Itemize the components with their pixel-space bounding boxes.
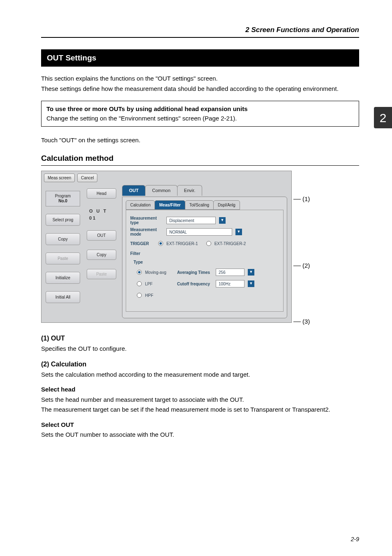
annotation-2: (2) — [293, 261, 310, 271]
select-out-body: Sets the OUT number to associate with th… — [41, 430, 359, 440]
annotation-column: (1) (2) (3) — [293, 171, 314, 323]
page-header: 2 Screen Functions and Operation — [41, 25, 359, 37]
annotation-3: (3) — [293, 317, 310, 327]
copy-button[interactable]: Copy — [46, 233, 80, 245]
tab-envir[interactable]: Envir. — [177, 185, 203, 196]
trigger-row: TRIGGER EXT-TRIGGER-1 EXT-TRIGGER-2 — [130, 239, 279, 248]
meas-mode-label: Measurement mode — [130, 227, 163, 236]
subtab-meas-filter[interactable]: Meas/Filter — [154, 200, 185, 210]
paste-button[interactable]: Paste — [46, 253, 80, 264]
s1-body: Specifies the OUT to configure. — [41, 344, 359, 354]
select-head-body2: The measurement target can be set if the… — [41, 405, 359, 415]
ext-trigger-1-label: EXT-TRIGGER-1 — [166, 241, 198, 247]
chapter-side-tab: 2 — [374, 107, 392, 128]
ext-trigger-1-radio[interactable] — [158, 241, 163, 246]
info-box-body: Change the setting on the "Environment s… — [46, 114, 354, 123]
section-title-bar: OUT Settings — [41, 49, 359, 67]
intro-text-1: This section explains the functions on t… — [41, 74, 359, 83]
ext-trigger-2-radio[interactable] — [206, 241, 211, 246]
dropdown-icon[interactable]: ▼ — [235, 229, 242, 235]
meas-type-value: Displacement — [169, 218, 194, 224]
screenshot-with-annotations: Meas screen Cancel Program No.0 Select p… — [41, 171, 359, 323]
ext-trigger-2-label: EXT-TRIGGER-2 — [214, 241, 246, 247]
out01-label: O U T 01 — [87, 208, 116, 221]
intro-text-2: These settings define how the measuremen… — [41, 84, 359, 94]
tab-common[interactable]: Common — [145, 185, 178, 196]
hpf-label: HPF — [145, 292, 153, 299]
main-tabs: OUT Common Envir. — [107, 185, 202, 196]
panel-inner: Measurement type Displacement ▼ Measurem… — [126, 210, 284, 312]
main-panel: Calculation Meas/Filter Tol/Scaling Dspl… — [122, 197, 287, 318]
select-prog-button[interactable]: Select prog — [46, 214, 80, 226]
moving-avg-label: Moving-avg — [145, 269, 174, 276]
avg-times-value: 256 — [219, 269, 226, 276]
tree-paste-button[interactable]: Paste — [87, 269, 116, 279]
sub-tabs: Calculation Meas/Filter Tol/Scaling Dspl… — [122, 197, 287, 210]
select-head-heading: Select head — [41, 385, 359, 394]
touch-instruction: Touch "OUT" on the settings screen. — [41, 136, 359, 145]
annotation-1: (1) — [293, 195, 310, 204]
lpf-row: LPF Cutoff frequency 100Hz ▼ — [137, 279, 279, 288]
lpf-radio[interactable] — [137, 281, 142, 286]
cutoff-label: Cutoff frequency — [177, 281, 210, 287]
s2-body: Sets the calculation method according to… — [41, 370, 359, 380]
hpf-radio[interactable] — [137, 293, 142, 298]
tree-copy-button[interactable]: Copy — [87, 250, 116, 260]
cancel-button[interactable]: Cancel — [77, 174, 97, 182]
meas-mode-select[interactable]: NORMAL — [166, 228, 232, 236]
filter-section-label: Filter — [130, 250, 279, 257]
subtab-calculation[interactable]: Calculation — [126, 200, 155, 210]
meas-screen-button[interactable]: Meas screen — [44, 174, 75, 182]
hpf-row: HPF — [137, 291, 279, 300]
meas-mode-value: NORMAL — [169, 229, 187, 235]
dropdown-icon[interactable]: ▼ — [219, 217, 226, 224]
select-head-body1: Sets the head number and measurement tar… — [41, 395, 359, 405]
screenshot-topbar: Meas screen Cancel — [42, 171, 291, 185]
s2-heading: (2) Calculation — [41, 359, 359, 369]
trigger-label: TRIGGER — [130, 241, 155, 246]
out-node[interactable]: OUT — [87, 230, 116, 241]
page-number: 2-9 — [351, 535, 359, 544]
tree-column: Head O U T 01 OUT Copy Paste — [87, 188, 116, 279]
program-label: Program — [47, 194, 79, 199]
moving-avg-row: Moving-avg Averaging Times 256 ▼ — [137, 268, 279, 277]
info-box: To use three or more OUTs by using addit… — [41, 101, 359, 127]
subtab-dspl-anlg[interactable]: Dspl/Anlg — [213, 200, 240, 210]
info-box-title: To use three or more OUTs by using addit… — [46, 104, 354, 114]
left-panel: Program No.0 Select prog Copy Paste Init… — [46, 191, 80, 303]
avg-times-select[interactable]: 256 — [216, 269, 244, 276]
avg-times-label: Averaging Times — [177, 269, 210, 276]
meas-type-row: Measurement type Displacement ▼ — [130, 216, 279, 225]
s1-heading: (1) OUT — [41, 334, 359, 343]
cutoff-value: 100Hz — [219, 281, 231, 287]
page: 2 Screen Functions and Operation OUT Set… — [0, 0, 392, 556]
program-number: No.0 — [47, 199, 79, 204]
tab-out[interactable]: OUT — [122, 185, 145, 196]
moving-avg-radio[interactable] — [137, 270, 142, 275]
dropdown-icon[interactable]: ▼ — [248, 269, 254, 276]
header-rule: 2 Screen Functions and Operation — [41, 25, 359, 38]
settings-screenshot: Meas screen Cancel Program No.0 Select p… — [41, 171, 292, 323]
program-indicator: Program No.0 — [46, 191, 80, 206]
subsection-heading: Calculation method — [41, 153, 359, 166]
initial-all-button[interactable]: Initial All — [46, 291, 80, 303]
subtab-tol-scaling[interactable]: Tol/Scaling — [185, 200, 214, 210]
meas-mode-row: Measurement mode NORMAL ▼ — [130, 227, 279, 236]
dropdown-icon[interactable]: ▼ — [248, 280, 254, 287]
cutoff-select[interactable]: 100Hz — [216, 280, 244, 287]
type-label: Type — [134, 259, 279, 265]
lpf-label: LPF — [145, 281, 174, 287]
meas-type-label: Measurement type — [130, 216, 163, 225]
initialize-button[interactable]: Initialize — [46, 272, 80, 284]
select-out-heading: Select OUT — [41, 420, 359, 430]
meas-type-select[interactable]: Displacement — [166, 217, 216, 224]
